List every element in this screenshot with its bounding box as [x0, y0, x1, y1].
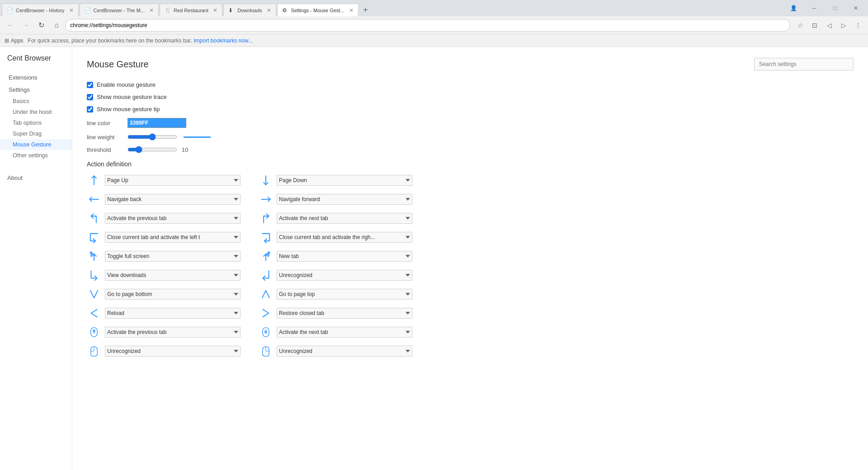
action-select-view-downloads[interactable]: View downloads Unrecognized [105, 270, 241, 281]
tab-settings[interactable]: ⚙ Settings - Mouse Gest... ✕ [277, 4, 359, 16]
gesture-close-left-icon [87, 230, 101, 244]
gesture-up-icon [87, 173, 101, 188]
enable-mouse-gesture-row: Enable mouse gesture [87, 81, 854, 88]
tab-close-history[interactable]: ✕ [69, 7, 74, 14]
action-row-new-tab: New tab Unrecognized [259, 249, 412, 263]
sidebar-sub-basics[interactable]: Basics [0, 96, 72, 107]
action-select-new-tab[interactable]: New tab Unrecognized [277, 251, 412, 262]
action-row-view-downloads: View downloads Unrecognized [87, 268, 241, 282]
tab-downloads[interactable]: ⬇ Downloads ✕ [223, 4, 276, 16]
cast-button[interactable]: ⊡ [808, 19, 821, 32]
show-tip-label: Show mouse gesture tip [97, 106, 160, 113]
tab-history[interactable]: 📄 CentBrowser - History ✕ [2, 4, 79, 16]
gesture-up-up-left-icon [87, 249, 101, 263]
line-color-label: line color [87, 120, 123, 127]
mouse-scroll-up-icon [87, 325, 101, 339]
sidebar-sub-super-drag[interactable]: Super Drag [0, 128, 72, 139]
apps-button[interactable]: ⊞ Apps [5, 38, 23, 44]
extra-button2[interactable]: ▷ [837, 19, 850, 32]
gesture-up-left-icon [87, 211, 101, 226]
tab-title-restaurant: Red Restaurant [174, 8, 208, 13]
tab-close-mouse[interactable]: ✕ [149, 7, 154, 14]
tab-title-settings: Settings - Mouse Gest... [291, 8, 344, 13]
show-trace-checkbox[interactable] [87, 94, 93, 100]
show-tip-row: Show mouse gesture tip [87, 106, 854, 113]
enable-mouse-gesture-label: Enable mouse gesture [97, 81, 156, 88]
action-select-up-right[interactable]: Activate the next tab Unrecognized [277, 213, 412, 224]
forward-button[interactable]: → [19, 19, 33, 32]
address-bar[interactable] [65, 19, 790, 32]
sidebar-item-about[interactable]: About [0, 172, 72, 184]
action-row-page-bottom: Go to page bottom Unrecognized [87, 287, 241, 301]
threshold-slider[interactable] [127, 146, 177, 153]
tab-close-restaurant[interactable]: ✕ [213, 7, 217, 14]
import-bookmarks-link[interactable]: Import bookmarks now... [193, 38, 253, 44]
reload-button[interactable]: ↻ [34, 19, 48, 32]
more-button[interactable]: ⋮ [852, 19, 864, 32]
action-select-page-top[interactable]: Go to page top Unrecognized [277, 289, 412, 300]
actions-grid: Page Up Unrecognized Navigate back Page … [87, 173, 412, 358]
mouse-scroll-down-icon [259, 325, 273, 339]
threshold-row: threshold 10 [87, 146, 854, 153]
sidebar-item-extensions[interactable]: Extensions [0, 71, 72, 84]
action-select-up-left[interactable]: Activate the previous tab Unrecognized [105, 213, 241, 224]
action-select-page-bottom[interactable]: Go to page bottom Unrecognized [105, 289, 241, 300]
search-settings-input[interactable] [754, 58, 854, 70]
tab-restaurant[interactable]: 🍴 Red Restaurant ✕ [160, 4, 222, 16]
sidebar-sub-mouse-gesture[interactable]: Mouse Gesture [0, 139, 72, 150]
bookmark-button[interactable]: ☆ [794, 19, 807, 32]
bookmarks-bar: ⊞ Apps For quick access, place your book… [0, 34, 868, 47]
action-row-up-left: Activate the previous tab Unrecognized [87, 211, 241, 226]
action-select-unrecognized1[interactable]: Unrecognized [277, 270, 412, 281]
sidebar-sub-other-settings[interactable]: Other settings [0, 150, 72, 161]
action-select-restore-closed-tab[interactable]: Restore closed tab Unrecognized [277, 308, 412, 319]
gesture-up-up-right-icon [259, 249, 273, 263]
action-select-mouse-left-down[interactable]: Unrecognized [105, 346, 241, 357]
action-select-close-right[interactable]: Close current tab and activate the righ.… [277, 232, 412, 243]
enable-mouse-gesture-checkbox[interactable] [87, 82, 93, 88]
home-button[interactable]: ⌂ [50, 19, 63, 32]
tab-close-settings[interactable]: ✕ [349, 7, 354, 14]
gesture-v-up-icon [87, 287, 101, 301]
action-row-close-left: Close current tab and activate the left … [87, 230, 241, 244]
gesture-up-right-icon [259, 211, 273, 226]
new-tab-button[interactable]: + [359, 4, 372, 16]
back-button[interactable]: ← [4, 19, 17, 32]
action-select-toggle-fullscreen[interactable]: Toggle full screen Unrecognized [105, 251, 241, 262]
tab-title-history: CentBrowser - History [16, 8, 65, 13]
show-tip-checkbox[interactable] [87, 106, 93, 113]
action-select-reload[interactable]: Reload Unrecognized [105, 308, 241, 319]
action-select-mouse-right-down[interactable]: Unrecognized [277, 346, 412, 357]
gesture-left-icon [87, 192, 101, 207]
line-weight-slider[interactable] [127, 133, 177, 141]
action-select-mouse-scroll-up[interactable]: Activate the previous tab Unrecognized [105, 327, 241, 338]
line-weight-row: line weight [87, 133, 854, 141]
extra-button1[interactable]: ◁ [823, 19, 835, 32]
line-color-input[interactable] [127, 118, 186, 128]
gesture-right-angle-icon [259, 306, 273, 320]
sidebar-sub-tab-options[interactable]: Tab options [0, 118, 72, 128]
action-select-close-left[interactable]: Close current tab and activate the left … [105, 232, 241, 243]
action-select-up[interactable]: Page Up Unrecognized Navigate back [105, 175, 241, 186]
action-row-unrecognized1: Unrecognized [259, 268, 412, 282]
action-row-right: Navigate forward Unrecognized [259, 192, 412, 207]
action-row-reload: Reload Unrecognized [87, 306, 241, 320]
line-weight-label: line weight [87, 134, 123, 141]
restore-button[interactable]: □ [825, 2, 845, 14]
tab-title-downloads: Downloads [237, 8, 262, 13]
action-select-down[interactable]: Page Down Unrecognized [277, 175, 412, 186]
tab-close-downloads[interactable]: ✕ [267, 7, 271, 14]
sidebar-sub-under-the-hood[interactable]: Under the hood [0, 107, 72, 118]
action-select-mouse-scroll-down[interactable]: Activate the next tab Unrecognized [277, 327, 412, 338]
profile-button[interactable]: 👤 [783, 2, 804, 14]
action-select-left[interactable]: Navigate back Unrecognized [105, 194, 241, 205]
action-row-toggle-fullscreen: Toggle full screen Unrecognized [87, 249, 241, 263]
action-row-close-right: Close current tab and activate the righ.… [259, 230, 412, 244]
action-select-right[interactable]: Navigate forward Unrecognized [277, 194, 412, 205]
show-trace-row: Show mouse gesture trace [87, 94, 854, 100]
sidebar-item-settings[interactable]: Settings [0, 84, 72, 96]
tab-mouse[interactable]: 📄 CentBrowser - The M... ✕ [80, 4, 159, 16]
minimize-button[interactable]: ─ [804, 2, 825, 14]
close-button[interactable]: ✕ [845, 2, 866, 14]
gesture-left-angle-icon [87, 306, 101, 320]
